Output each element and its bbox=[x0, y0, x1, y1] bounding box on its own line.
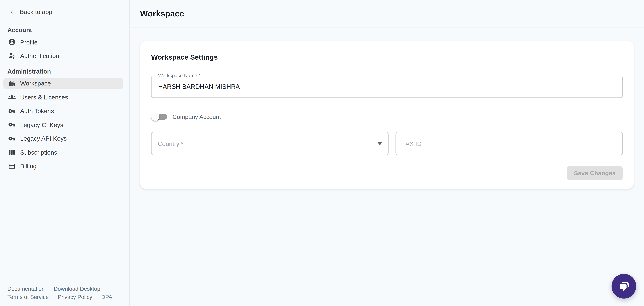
workspace-name-input[interactable] bbox=[152, 83, 622, 90]
content-area: Workspace Settings Workspace Name * Comp… bbox=[130, 28, 644, 189]
back-to-app-button[interactable]: Back to app bbox=[8, 8, 52, 15]
sidebar-item-label: Profile bbox=[20, 38, 38, 46]
dropdown-arrow-icon bbox=[378, 142, 382, 145]
groups-icon bbox=[8, 93, 16, 101]
key-icon bbox=[8, 107, 16, 114]
country-select[interactable]: Country * bbox=[151, 132, 388, 155]
sidebar-item-workspace[interactable]: Workspace bbox=[3, 78, 123, 89]
building-icon bbox=[8, 80, 16, 87]
card-actions: Save Changes bbox=[151, 166, 622, 180]
terms-of-service-link[interactable]: Terms of Service bbox=[7, 293, 48, 301]
key-icon bbox=[8, 121, 16, 128]
section-title-administration: Administration bbox=[7, 68, 122, 75]
workspace-name-label: Workspace Name * bbox=[156, 73, 202, 79]
sidebar-item-authentication[interactable]: Authentication bbox=[3, 50, 123, 61]
footer-separator: · bbox=[52, 293, 54, 301]
sidebar-item-label: Authentication bbox=[20, 52, 59, 59]
sidebar-item-users-licenses[interactable]: Users & Licenses bbox=[3, 91, 123, 103]
columns-icon bbox=[8, 148, 16, 156]
sidebar-item-billing[interactable]: Billing bbox=[3, 160, 123, 172]
section-title-account: Account bbox=[7, 26, 122, 33]
sidebar-item-legacy-api-keys[interactable]: Legacy API Keys bbox=[3, 132, 123, 144]
sidebar-item-auth-tokens[interactable]: Auth Tokens bbox=[3, 105, 123, 117]
sidebar-footer: Documentation · Download Desktop Terms o… bbox=[7, 285, 112, 301]
sidebar-item-legacy-ci-keys[interactable]: Legacy CI Keys bbox=[3, 119, 123, 130]
sidebar-item-profile[interactable]: Profile bbox=[3, 36, 123, 48]
documentation-link[interactable]: Documentation bbox=[7, 285, 44, 293]
footer-separator: · bbox=[96, 293, 98, 301]
download-desktop-link[interactable]: Download Desktop bbox=[54, 285, 100, 293]
chat-icon bbox=[618, 280, 630, 293]
main-content: Workspace Workspace Settings Workspace N… bbox=[130, 0, 644, 306]
person-key-icon bbox=[8, 52, 16, 59]
sidebar-item-label: Users & Licenses bbox=[20, 94, 68, 101]
app-window: Back to app Account Profile Authenticati… bbox=[0, 0, 644, 306]
administration-nav: Workspace Users & Licenses Auth Tokens L… bbox=[0, 78, 130, 172]
company-account-row: Company Account bbox=[151, 109, 622, 125]
sidebar: Back to app Account Profile Authenticati… bbox=[0, 0, 130, 306]
country-tax-row: Country * bbox=[151, 132, 622, 155]
save-changes-button[interactable]: Save Changes bbox=[567, 166, 622, 180]
workspace-name-field: Workspace Name * bbox=[151, 76, 622, 98]
sidebar-item-label: Legacy CI Keys bbox=[20, 121, 63, 128]
toggle-thumb bbox=[151, 113, 159, 121]
page-title: Workspace bbox=[140, 9, 184, 19]
workspace-settings-card: Workspace Settings Workspace Name * Comp… bbox=[140, 41, 634, 189]
sidebar-item-label: Subscriptions bbox=[20, 149, 57, 156]
sidebar-item-label: Legacy API Keys bbox=[20, 135, 67, 142]
sidebar-item-label: Workspace bbox=[20, 80, 51, 87]
account-circle-icon bbox=[8, 38, 16, 46]
chevron-left-icon bbox=[8, 9, 14, 15]
account-nav: Profile Authentication bbox=[0, 36, 130, 61]
company-account-toggle[interactable] bbox=[151, 109, 168, 125]
sidebar-item-label: Billing bbox=[20, 163, 36, 170]
credit-card-icon bbox=[8, 162, 16, 170]
privacy-policy-link[interactable]: Privacy Policy bbox=[58, 293, 92, 301]
chat-beacon-button[interactable] bbox=[612, 274, 636, 298]
page-header: Workspace bbox=[130, 0, 644, 28]
country-select-label: Country * bbox=[158, 140, 184, 147]
sidebar-item-subscriptions[interactable]: Subscriptions bbox=[3, 146, 123, 158]
key-icon bbox=[8, 135, 16, 142]
company-account-label: Company Account bbox=[172, 114, 221, 120]
dpa-link[interactable]: DPA bbox=[101, 293, 112, 301]
back-to-app-label: Back to app bbox=[20, 8, 52, 15]
tax-id-input[interactable] bbox=[396, 132, 622, 155]
sidebar-item-label: Auth Tokens bbox=[20, 107, 54, 114]
footer-separator: · bbox=[48, 285, 50, 293]
card-title: Workspace Settings bbox=[151, 53, 622, 61]
